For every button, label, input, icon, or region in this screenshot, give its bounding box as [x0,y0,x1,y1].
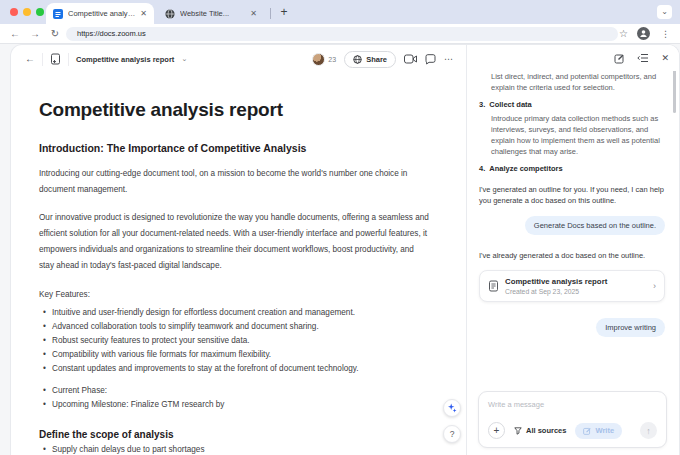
close-tab-icon[interactable]: ✕ [140,10,147,18]
doc-back-icon[interactable]: ← [25,54,35,64]
divider [68,53,69,66]
document-title-breadcrumb[interactable]: Competitive analysis report [76,55,174,64]
history-icon[interactable] [637,53,649,63]
feature-item: Robust security features to protect your… [39,334,431,348]
maximize-window-button[interactable] [36,8,44,16]
video-call-icon[interactable] [404,54,417,64]
comments-icon[interactable] [425,54,436,65]
outline-item-number: 4. [479,164,485,173]
message-composer[interactable]: Write a message + All sources Write ↑ [478,391,667,448]
tab-search-button[interactable]: ⌄ [657,5,672,19]
user-message-pill[interactable]: Generate Docs based on the outline. [525,216,665,235]
all-sources-button[interactable]: All sources [514,426,566,435]
phase-item: Current Phase: [39,384,431,398]
document-body[interactable]: Competitive analysis report Introduction… [11,73,466,455]
tab-website-title[interactable]: Website Title... ✕ [158,3,264,24]
ai-assistant-panel: ✕ List direct, indirect, and potential c… [466,45,679,455]
collaborator-avatar [312,53,325,66]
back-icon[interactable]: ← [8,27,22,41]
document-icon [488,280,499,292]
globe-favicon-icon [165,9,175,19]
send-message-button[interactable]: ↑ [640,422,657,439]
tab-divider [270,8,271,19]
share-button[interactable]: Share [344,51,396,68]
doc-card-subtitle: Created at Sep 23, 2025 [505,288,647,295]
outline-item-3: 3. Collect data [479,100,665,109]
zoom-docs-page: ← Competitive analysis report ⌄ 23 Shar [0,44,680,455]
address-bar[interactable]: https://docs.zoom.us [66,27,618,41]
browser-menu-icon[interactable]: ⋮ [661,27,670,41]
write-label: Write [595,426,614,435]
browser-window: Competitive analysis report ✕ Website Ti… [0,0,680,455]
chevron-down-icon[interactable]: ⌄ [181,55,187,63]
pencil-icon [583,427,591,435]
phase-list: Current Phase: Upcoming Milestone: Final… [39,384,431,412]
minimize-window-button[interactable] [23,8,31,16]
new-tab-button[interactable]: + [276,4,292,20]
new-chat-icon[interactable] [614,53,625,64]
document-title: Competitive analysis report [39,99,431,121]
scope-item: Supply chain delays due to part shortage… [39,443,431,455]
forward-icon[interactable]: → [28,27,42,41]
close-tab-icon[interactable]: ✕ [250,10,257,18]
doc-favicon-icon [53,9,63,19]
tab-competitive-analysis[interactable]: Competitive analysis report ✕ [46,3,154,24]
ai-companion-button[interactable] [443,399,461,417]
outline-item-title: Collect data [489,100,532,109]
scope-heading: Define the scope of analysis [39,429,431,440]
help-button[interactable]: ? [443,425,461,443]
feature-item: Advanced collaboration tools to simplify… [39,320,431,334]
features-label: Key Features: [39,287,431,303]
add-attachment-button[interactable]: + [488,422,505,439]
outline-item-number: 3. [479,100,485,109]
share-label: Share [366,55,387,64]
browser-profile-avatar[interactable] [637,27,650,40]
generated-doc-card[interactable]: Competitive analysis report Created at S… [479,270,665,302]
doc-card-text: Competitive analysis report Created at S… [505,277,647,295]
bookmark-star-icon[interactable]: ☆ [619,27,628,41]
features-list: Intuitive and user-friendly design for e… [39,306,431,376]
browser-toolbar: ← → ↻ https://docs.zoom.us ☆ ⋮ [0,24,680,44]
divider [42,53,43,66]
assistant-header: ✕ [467,45,679,71]
tab-title: Website Title... [180,9,245,18]
sidebar-scrollbar[interactable] [673,67,676,113]
outline-fragment: List direct, indirect, and potential com… [479,71,665,93]
help-label: ? [450,429,455,439]
new-doc-icon[interactable] [50,53,61,65]
person-icon [639,29,648,38]
write-mode-pill[interactable]: Write [575,423,622,439]
filter-funnel-icon [514,427,522,435]
feature-item: Compatibility with various file formats … [39,348,431,362]
user-message-row: Generate Docs based on the outline. [479,206,665,235]
assistant-message: I've generated an outline for you. If yo… [479,184,665,206]
toolbar-actions: 23 Share ⋯ [312,51,454,68]
chevron-right-icon: › [653,281,656,291]
feature-item: Constant updates and improvements to sta… [39,362,431,376]
user-message-row: Improve writing [479,302,665,337]
globe-icon [353,55,362,64]
message-input[interactable]: Write a message [488,400,657,409]
outline-item-description: Introduce primary data collection method… [479,113,665,157]
user-message-pill[interactable]: Improve writing [596,318,665,337]
outline-item-title: Analyze competitors [489,164,562,173]
collaborator-count: 23 [328,56,336,63]
phase-item: Upcoming Milestone: Finalize GTM researc… [39,398,431,412]
tab-title: Competitive analysis report [68,9,135,18]
close-window-button[interactable] [10,8,18,16]
reload-icon[interactable]: ↻ [48,27,62,41]
sparkle-icon [447,403,457,413]
intro-heading: Introduction: The Importance of Competit… [39,142,431,154]
document-area: ← Competitive analysis report ⌄ 23 Shar [11,45,466,455]
scope-list: Supply chain delays due to part shortage… [39,443,431,455]
feature-item: Intuitive and user-friendly design for e… [39,306,431,320]
assistant-conversation[interactable]: List direct, indirect, and potential com… [467,71,679,389]
tab-strip: Competitive analysis report ✕ Website Ti… [0,0,680,24]
collaborators[interactable]: 23 [312,53,336,66]
window-controls [10,8,44,16]
composer-actions: + All sources Write ↑ [488,422,657,439]
assistant-message: I've already generated a doc based on th… [479,250,665,261]
close-panel-icon[interactable]: ✕ [661,54,669,63]
more-options-icon[interactable]: ⋯ [444,54,454,64]
outline-item-4: 4. Analyze competitors [479,164,665,173]
